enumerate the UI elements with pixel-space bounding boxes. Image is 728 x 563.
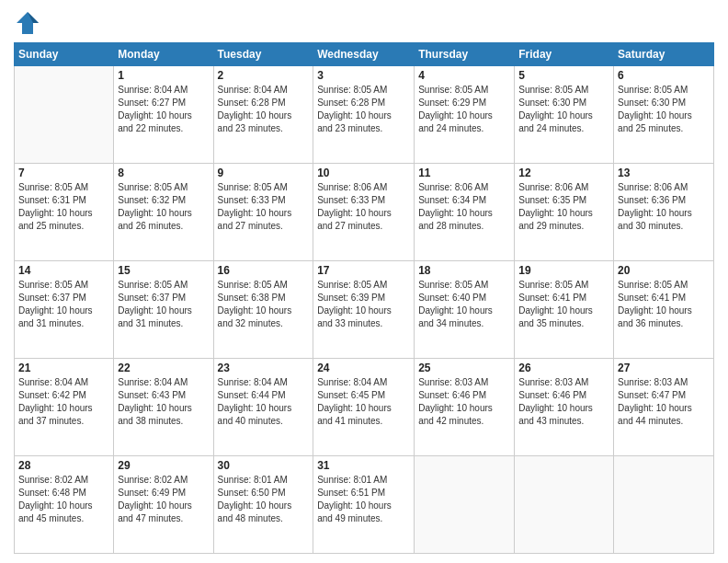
calendar-cell: 1Sunrise: 8:04 AM Sunset: 6:27 PM Daylig…	[114, 66, 213, 164]
calendar-week-row: 21Sunrise: 8:04 AM Sunset: 6:42 PM Dayli…	[15, 359, 714, 456]
calendar-cell: 15Sunrise: 8:05 AM Sunset: 6:37 PM Dayli…	[114, 261, 213, 359]
day-info: Sunrise: 8:04 AM Sunset: 6:27 PM Dayligh…	[118, 84, 209, 135]
calendar-cell: 29Sunrise: 8:02 AM Sunset: 6:49 PM Dayli…	[114, 456, 213, 554]
day-info: Sunrise: 8:06 AM Sunset: 6:34 PM Dayligh…	[418, 181, 510, 233]
calendar-cell: 8Sunrise: 8:05 AM Sunset: 6:32 PM Daylig…	[114, 164, 213, 261]
day-info: Sunrise: 8:02 AM Sunset: 6:48 PM Dayligh…	[18, 474, 109, 525]
header	[14, 9, 714, 37]
calendar-cell	[515, 456, 614, 554]
calendar-cell: 20Sunrise: 8:05 AM Sunset: 6:41 PM Dayli…	[614, 261, 714, 359]
calendar-cell: 19Sunrise: 8:05 AM Sunset: 6:41 PM Dayli…	[515, 261, 614, 359]
calendar-cell	[614, 456, 714, 554]
day-info: Sunrise: 8:04 AM Sunset: 6:42 PM Dayligh…	[18, 376, 109, 428]
day-info: Sunrise: 8:06 AM Sunset: 6:33 PM Dayligh…	[317, 181, 410, 233]
day-info: Sunrise: 8:01 AM Sunset: 6:51 PM Dayligh…	[317, 474, 410, 525]
day-number: 20	[618, 264, 710, 277]
day-info: Sunrise: 8:05 AM Sunset: 6:29 PM Dayligh…	[418, 84, 510, 135]
day-info: Sunrise: 8:05 AM Sunset: 6:28 PM Dayligh…	[317, 84, 410, 135]
day-info: Sunrise: 8:01 AM Sunset: 6:50 PM Dayligh…	[218, 474, 310, 525]
day-number: 4	[418, 69, 510, 82]
weekday-monday: Monday	[114, 43, 213, 66]
calendar-week-row: 14Sunrise: 8:05 AM Sunset: 6:37 PM Dayli…	[15, 261, 714, 359]
calendar-cell: 6Sunrise: 8:05 AM Sunset: 6:30 PM Daylig…	[614, 66, 714, 164]
calendar-cell: 24Sunrise: 8:04 AM Sunset: 6:45 PM Dayli…	[313, 359, 415, 456]
calendar-cell	[15, 66, 114, 164]
day-info: Sunrise: 8:05 AM Sunset: 6:41 PM Dayligh…	[618, 279, 710, 330]
calendar-cell: 2Sunrise: 8:04 AM Sunset: 6:28 PM Daylig…	[213, 66, 313, 164]
calendar-week-row: 28Sunrise: 8:02 AM Sunset: 6:48 PM Dayli…	[15, 456, 714, 554]
calendar-table: SundayMondayTuesdayWednesdayThursdayFrid…	[14, 42, 714, 554]
day-info: Sunrise: 8:03 AM Sunset: 6:46 PM Dayligh…	[418, 376, 510, 428]
day-info: Sunrise: 8:06 AM Sunset: 6:36 PM Dayligh…	[618, 181, 710, 233]
day-info: Sunrise: 8:05 AM Sunset: 6:37 PM Dayligh…	[118, 279, 209, 330]
calendar-cell: 27Sunrise: 8:03 AM Sunset: 6:47 PM Dayli…	[614, 359, 714, 456]
calendar-cell: 23Sunrise: 8:04 AM Sunset: 6:44 PM Dayli…	[213, 359, 313, 456]
day-info: Sunrise: 8:05 AM Sunset: 6:32 PM Dayligh…	[118, 181, 209, 233]
calendar-cell: 5Sunrise: 8:05 AM Sunset: 6:30 PM Daylig…	[515, 66, 614, 164]
calendar-cell: 4Sunrise: 8:05 AM Sunset: 6:29 PM Daylig…	[415, 66, 515, 164]
day-info: Sunrise: 8:04 AM Sunset: 6:45 PM Dayligh…	[317, 376, 410, 428]
weekday-thursday: Thursday	[415, 43, 515, 66]
day-number: 18	[418, 264, 510, 277]
day-number: 6	[618, 69, 710, 82]
calendar-cell: 17Sunrise: 8:05 AM Sunset: 6:39 PM Dayli…	[313, 261, 415, 359]
day-info: Sunrise: 8:05 AM Sunset: 6:30 PM Dayligh…	[618, 84, 710, 135]
day-number: 19	[518, 264, 609, 277]
calendar-cell: 3Sunrise: 8:05 AM Sunset: 6:28 PM Daylig…	[313, 66, 415, 164]
calendar-cell: 10Sunrise: 8:06 AM Sunset: 6:33 PM Dayli…	[313, 164, 415, 261]
day-number: 26	[518, 362, 609, 374]
day-number: 25	[418, 362, 510, 374]
calendar-cell: 25Sunrise: 8:03 AM Sunset: 6:46 PM Dayli…	[415, 359, 515, 456]
calendar-week-row: 7Sunrise: 8:05 AM Sunset: 6:31 PM Daylig…	[15, 164, 714, 261]
calendar-week-row: 1Sunrise: 8:04 AM Sunset: 6:27 PM Daylig…	[15, 66, 714, 164]
day-number: 8	[118, 167, 209, 179]
day-info: Sunrise: 8:05 AM Sunset: 6:31 PM Dayligh…	[18, 181, 109, 233]
day-number: 21	[18, 362, 109, 374]
day-number: 15	[118, 264, 209, 277]
day-number: 3	[317, 69, 410, 82]
weekday-saturday: Saturday	[614, 43, 714, 66]
calendar-cell: 16Sunrise: 8:05 AM Sunset: 6:38 PM Dayli…	[213, 261, 313, 359]
day-info: Sunrise: 8:05 AM Sunset: 6:41 PM Dayligh…	[518, 279, 609, 330]
day-number: 23	[218, 362, 310, 374]
day-number: 31	[317, 459, 410, 472]
weekday-wednesday: Wednesday	[313, 43, 415, 66]
day-number: 5	[518, 69, 609, 82]
day-number: 12	[518, 167, 609, 179]
day-number: 27	[618, 362, 710, 374]
calendar-cell: 26Sunrise: 8:03 AM Sunset: 6:46 PM Dayli…	[515, 359, 614, 456]
day-number: 24	[317, 362, 410, 374]
day-number: 9	[218, 167, 310, 179]
day-number: 17	[317, 264, 410, 277]
day-info: Sunrise: 8:05 AM Sunset: 6:30 PM Dayligh…	[518, 84, 609, 135]
calendar-cell: 18Sunrise: 8:05 AM Sunset: 6:40 PM Dayli…	[415, 261, 515, 359]
calendar-cell: 14Sunrise: 8:05 AM Sunset: 6:37 PM Dayli…	[15, 261, 114, 359]
weekday-header-row: SundayMondayTuesdayWednesdayThursdayFrid…	[15, 43, 714, 66]
logo-icon	[14, 9, 41, 37]
calendar-cell: 11Sunrise: 8:06 AM Sunset: 6:34 PM Dayli…	[415, 164, 515, 261]
day-number: 22	[118, 362, 209, 374]
calendar-cell: 30Sunrise: 8:01 AM Sunset: 6:50 PM Dayli…	[213, 456, 313, 554]
day-info: Sunrise: 8:04 AM Sunset: 6:28 PM Dayligh…	[218, 84, 310, 135]
day-number: 16	[218, 264, 310, 277]
day-info: Sunrise: 8:03 AM Sunset: 6:47 PM Dayligh…	[618, 376, 710, 428]
day-number: 10	[317, 167, 410, 179]
day-number: 1	[118, 69, 209, 82]
calendar-cell: 31Sunrise: 8:01 AM Sunset: 6:51 PM Dayli…	[313, 456, 415, 554]
calendar-cell: 13Sunrise: 8:06 AM Sunset: 6:36 PM Dayli…	[614, 164, 714, 261]
day-info: Sunrise: 8:02 AM Sunset: 6:49 PM Dayligh…	[118, 474, 209, 525]
calendar-cell: 7Sunrise: 8:05 AM Sunset: 6:31 PM Daylig…	[15, 164, 114, 261]
day-number: 7	[18, 167, 109, 179]
weekday-friday: Friday	[515, 43, 614, 66]
day-info: Sunrise: 8:06 AM Sunset: 6:35 PM Dayligh…	[518, 181, 609, 233]
day-info: Sunrise: 8:05 AM Sunset: 6:39 PM Dayligh…	[317, 279, 410, 330]
logo	[14, 9, 45, 37]
calendar-cell: 9Sunrise: 8:05 AM Sunset: 6:33 PM Daylig…	[213, 164, 313, 261]
calendar-cell: 28Sunrise: 8:02 AM Sunset: 6:48 PM Dayli…	[15, 456, 114, 554]
calendar-cell: 12Sunrise: 8:06 AM Sunset: 6:35 PM Dayli…	[515, 164, 614, 261]
day-number: 11	[418, 167, 510, 179]
calendar-cell: 21Sunrise: 8:04 AM Sunset: 6:42 PM Dayli…	[15, 359, 114, 456]
page: SundayMondayTuesdayWednesdayThursdayFrid…	[0, 0, 728, 563]
day-info: Sunrise: 8:03 AM Sunset: 6:46 PM Dayligh…	[518, 376, 609, 428]
day-info: Sunrise: 8:04 AM Sunset: 6:43 PM Dayligh…	[118, 376, 209, 428]
